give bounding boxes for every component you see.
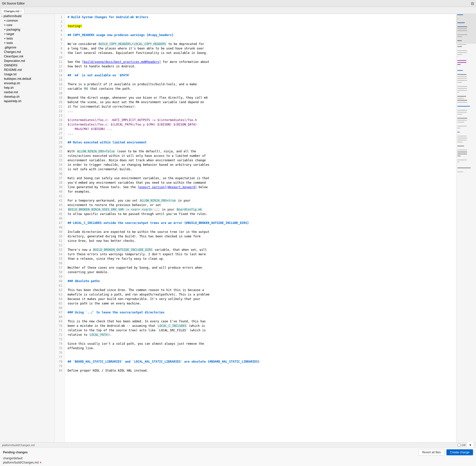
app-title: Git Source Editor <box>2 2 25 5</box>
code-line-43: environment to restore the previous beha… <box>68 203 453 207</box>
line-number-71: 71 <box>57 328 62 333</box>
create-change-button[interactable]: Create change <box>446 449 473 455</box>
change-file-close-icon[interactable]: × <box>40 461 41 465</box>
line-number-14: 14 <box>57 73 62 78</box>
line-number-60: 60 <box>57 279 62 283</box>
line-number-28: 28 <box>57 136 62 140</box>
code-line-42: For a temporary workaround, you can set … <box>68 198 453 203</box>
sidebar-item-tapashelp-sh[interactable]: tapasHelp.sh <box>0 99 54 103</box>
line-number-36: 36 <box>57 171 62 176</box>
line-number-7: 7 <box>57 42 62 46</box>
line-number-41: 41 <box>57 194 62 198</box>
code-line-10 <box>68 55 453 60</box>
line-number-69: 69 <box>57 319 62 324</box>
code-line-51: since Oreo, but now has better checks. <box>68 239 453 243</box>
code-line-55: than a release, since they're fairly eas… <box>68 256 453 261</box>
sidebar-item-navbar-md[interactable]: navbar.md <box>0 90 54 94</box>
line-number-46: 46 <box>57 216 62 221</box>
code-line-27: ... <box>68 131 453 136</box>
line-number-77: 77 <box>57 355 62 359</box>
sidebar-item-buildspec-mk-default[interactable]: buildspec.mk.default <box>0 77 54 81</box>
sidebar-item-owners[interactable]: OWNERS <box>0 63 54 68</box>
code-line-79 <box>68 364 453 368</box>
line-number-47: 47 <box>57 221 62 225</box>
sidebar-item-tests[interactable]: + tests <box>0 36 54 41</box>
code-line-68 <box>68 315 453 319</box>
code-view[interactable]: 1234567891011121314151617181920212223242… <box>55 14 456 442</box>
tab-label: Changes.md <box>4 10 19 13</box>
revert-all-button[interactable]: Revert all files <box>418 449 444 456</box>
line-number-44: 44 <box>57 207 62 212</box>
sidebar-item-readme-md[interactable]: README.md <box>0 68 54 72</box>
title-bar-icon[interactable]: ⊡ <box>471 1 474 5</box>
line-number-26: 26 <box>57 127 62 131</box>
code-line-23 <box>68 113 453 118</box>
line-number-51: 51 <box>57 239 62 243</box>
line-number-48: 48 <box>57 225 62 230</box>
code-line-46 <box>68 216 453 221</box>
code-line-53: There's now a BUILD_BROKEN_OUTSIDE_INCLU… <box>68 248 453 252</box>
sidebar-item-tools[interactable]: + tools <box>0 41 54 45</box>
code-line-24: $(intermediates)/foo.c: .KATI_IMPLICIT_O… <box>68 118 453 122</box>
diff-checkbox[interactable] <box>458 444 461 447</box>
tab-changes-md[interactable]: Changes.md × <box>1 8 24 14</box>
status-bar: platform/build/Changes.md Diff ▼ <box>0 442 476 447</box>
diff-dropdown-btn[interactable]: ▼ <box>467 442 474 448</box>
code-line-80: Define proper HIDL / Stable AIDL HAL ins… <box>68 368 453 373</box>
code-line-44: BUILD_BROKEN_NINJA_USES_ENV_VAR := <var>… <box>68 207 453 212</box>
code-line-61 <box>68 283 453 288</box>
code-line-8: a long time, and the places where it's b… <box>68 46 453 51</box>
minimap-viewport <box>456 14 476 44</box>
code-line-54: turn these errors into warnings temporar… <box>68 252 453 256</box>
line-number-42: 42 <box>57 198 62 203</box>
code-line-30 <box>68 145 453 149</box>
line-number-4: 4 <box>57 28 62 33</box>
tab-close-icon[interactable]: × <box>20 10 22 12</box>
sidebar-item-packaging[interactable]: + packaging <box>0 27 54 32</box>
code-line-48 <box>68 225 453 230</box>
line-number-58: 58 <box>57 270 62 274</box>
code-line-59 <box>68 274 453 279</box>
code-line-64: because it makes your build non-reproduc… <box>68 297 453 301</box>
code-line-47: ## LOCAL_C_INCLUDES outside the source/o… <box>68 221 453 225</box>
main-layout: − platform/build+ common+ core+ packagin… <box>0 14 476 442</box>
line-number-61: 61 <box>57 283 62 288</box>
code-line-74: Since this usually isn't a valid path, y… <box>68 341 453 346</box>
change-file-name: platform/build/Changes.md <box>3 461 39 464</box>
sidebar-item-common[interactable]: + common <box>0 18 54 23</box>
sidebar-item-target[interactable]: + target <box>0 32 54 36</box>
code-line-3: testing! <box>68 24 453 28</box>
sidebar-item-envsetup-sh[interactable]: envsetup.sh <box>0 81 54 85</box>
sidebar-item-deprecation-md[interactable]: Deprecation.md <box>0 59 54 63</box>
line-number-43: 43 <box>57 203 62 207</box>
sidebar-item-cleanspec-mk[interactable]: CleanSpec.mk <box>0 54 54 59</box>
code-line-22: ... <box>68 109 453 113</box>
code-line-57: Neither of these cases are supported by … <box>68 265 453 270</box>
line-number-45: 45 <box>57 212 62 216</box>
code-line-9: the last several releases. Equivalent fu… <box>68 51 453 55</box>
line-number-3: 3 <box>57 24 62 28</box>
sidebar-item--gitignore[interactable]: .gitignore <box>0 45 54 50</box>
sidebar-item-usage-txt[interactable]: Usage.txt <box>0 72 54 77</box>
code-line-7: We've considered BUILD_COPY_HEADERS/LOCA… <box>68 42 453 46</box>
line-number-18: 18 <box>57 91 62 95</box>
code-content[interactable]: # Build System Changes for Android.mk Wr… <box>65 14 456 442</box>
line-number-20: 20 <box>57 100 62 104</box>
line-number-35: 35 <box>57 167 62 171</box>
code-line-41 <box>68 194 453 198</box>
line-number-6: 6 <box>57 37 62 42</box>
code-line-63: makefile is calculating a path, and ran … <box>68 292 453 297</box>
code-line-2 <box>68 19 453 24</box>
sidebar-item-help-sh[interactable]: help.sh <box>0 85 54 90</box>
line-number-70: 70 <box>57 324 62 328</box>
change-name: change/default <box>3 457 23 460</box>
line-number-10: 10 <box>57 55 62 60</box>
line-number-22: 22 <box>57 109 62 113</box>
sidebar-item-rbesetup-sh[interactable]: rbesetup.sh <box>0 94 54 99</box>
code-line-19: Beyond the direct usage, whenever you us… <box>68 95 453 100</box>
sidebar-item-platform-build[interactable]: − platform/build <box>0 14 54 18</box>
sidebar-item-changes-md[interactable]: Changes.md <box>0 50 54 54</box>
minimap <box>456 14 476 442</box>
code-line-77 <box>68 355 453 359</box>
sidebar-item-core[interactable]: + core <box>0 23 54 27</box>
